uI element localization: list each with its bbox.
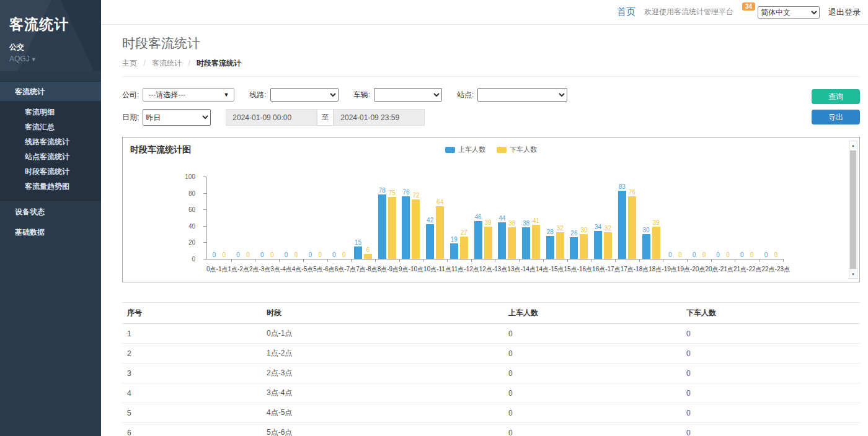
- bar-value-label: 0: [260, 251, 264, 258]
- x-tick-label: 7点-8点: [356, 266, 377, 272]
- bar-group: 1927: [447, 177, 471, 259]
- date-end-input[interactable]: 2024-01-09 23:59: [334, 109, 425, 126]
- x-tick-label: 6点-7点: [335, 266, 356, 272]
- language-area: 34 简体中文: [742, 6, 820, 19]
- bar-group: 00: [735, 177, 759, 259]
- bar[interactable]: [652, 227, 660, 259]
- bar-group: 00: [687, 177, 711, 259]
- bar[interactable]: [484, 227, 492, 259]
- sidebar-subitem[interactable]: 客流量趋势图: [0, 179, 101, 194]
- table-row: 43点-4点00: [122, 383, 860, 403]
- vehicle-select[interactable]: [374, 88, 442, 102]
- bar[interactable]: [580, 234, 588, 259]
- date-label: 日期:: [122, 112, 139, 123]
- breadcrumb-current: 时段客流统计: [197, 59, 241, 68]
- bar[interactable]: [556, 232, 564, 259]
- y-tick-label: 100: [185, 173, 195, 180]
- bar-group: 8376: [615, 177, 639, 259]
- bar[interactable]: [594, 231, 602, 259]
- x-tick-label: 13点-14点: [507, 266, 536, 272]
- bar[interactable]: [508, 227, 516, 259]
- bar[interactable]: [426, 224, 434, 259]
- bar-value-label: 26: [570, 230, 577, 237]
- legend-item[interactable]: 上车人数: [445, 145, 485, 154]
- bar[interactable]: [532, 225, 540, 259]
- scrollbar-thumb[interactable]: [850, 150, 856, 269]
- bar[interactable]: [436, 206, 444, 259]
- sidebar-item-passenger-stats[interactable]: 客流统计: [0, 81, 101, 101]
- notification-badge: 34: [742, 2, 755, 11]
- bar[interactable]: [498, 222, 506, 259]
- line-select[interactable]: [270, 88, 339, 102]
- legend-item[interactable]: 下车人数: [497, 145, 537, 154]
- legend-label: 下车人数: [510, 145, 537, 154]
- content: 公司: ---请选择--- ▼ 线路: 车辆: 站点:: [101, 77, 868, 436]
- bar-value-label: 0: [740, 251, 744, 258]
- bar[interactable]: [474, 221, 482, 259]
- x-tick-label: 19点-20点: [677, 266, 706, 272]
- bar[interactable]: [546, 236, 554, 259]
- bar-value-label: 0: [693, 251, 696, 258]
- station-select[interactable]: [477, 88, 567, 102]
- table-header-cell: 时段: [262, 303, 503, 324]
- export-button[interactable]: 导出: [812, 110, 860, 124]
- legend-swatch-icon: [445, 147, 455, 153]
- chart-scrollbar[interactable]: ▲ ▼: [849, 141, 857, 279]
- x-tick-label: 10点-11点: [423, 266, 451, 272]
- bar[interactable]: [412, 199, 420, 259]
- bar[interactable]: [460, 237, 468, 259]
- bar[interactable]: [354, 246, 362, 259]
- org-name: 公交: [9, 42, 101, 53]
- page-title: 时段客流统计: [122, 35, 868, 52]
- table-row: 10点-1点00: [122, 324, 860, 344]
- sidebar-subitem[interactable]: 站点客流统计: [0, 149, 101, 164]
- bar-value-label: 75: [389, 190, 396, 196]
- bar-value-label: 32: [557, 225, 564, 232]
- table-cell: 0: [503, 383, 681, 403]
- logout-link[interactable]: 退出登录: [828, 7, 861, 18]
- bar[interactable]: [522, 227, 530, 259]
- language-select[interactable]: 简体中文: [758, 6, 820, 19]
- x-tick-label: 14点-15点: [536, 266, 564, 272]
- x-tick-label: 9点-10点: [399, 266, 423, 272]
- sidebar-item-device-status[interactable]: 设备状态: [0, 202, 101, 222]
- bar[interactable]: [618, 191, 626, 259]
- home-link[interactable]: 首页: [617, 6, 636, 18]
- query-button[interactable]: 查询: [812, 89, 860, 104]
- breadcrumb-home[interactable]: 主页: [122, 59, 137, 68]
- bar[interactable]: [450, 243, 458, 259]
- scroll-down-icon[interactable]: ▼: [849, 270, 857, 278]
- date-start-input[interactable]: 2024-01-09 00:00: [226, 109, 317, 126]
- x-tick-label: 16点-17点: [592, 266, 621, 272]
- breadcrumb-passenger-stats[interactable]: 客流统计: [152, 59, 182, 68]
- bar-value-label: 0: [726, 251, 730, 258]
- x-tick-label: 2点-3点: [249, 266, 270, 272]
- company-select[interactable]: ---请选择--- ▼: [143, 88, 234, 102]
- table-cell: 0: [503, 423, 681, 436]
- sidebar-subitem[interactable]: 客流明细: [0, 105, 101, 120]
- bar[interactable]: [378, 194, 386, 259]
- bar-value-label: 76: [402, 189, 409, 196]
- bar[interactable]: [402, 196, 410, 259]
- bar[interactable]: [642, 234, 650, 259]
- scroll-up-icon[interactable]: ▲: [849, 141, 857, 149]
- sidebar-subitem[interactable]: 线路客流统计: [0, 134, 101, 149]
- bar[interactable]: [388, 197, 396, 259]
- bar-value-label: 0: [285, 251, 288, 258]
- welcome-text: 欢迎使用客流统计管理平台: [644, 7, 733, 17]
- bar[interactable]: [604, 232, 612, 259]
- vehicle-label: 车辆:: [353, 90, 370, 100]
- bar[interactable]: [628, 196, 636, 259]
- y-tick: [203, 259, 206, 259]
- sidebar-subitem[interactable]: 客流汇总: [0, 120, 101, 134]
- sidebar-subitem[interactable]: 时段客流统计: [0, 164, 101, 179]
- bar[interactable]: [570, 237, 578, 259]
- sidebar-item-base-data[interactable]: 基础数据: [0, 222, 101, 243]
- bar-value-label: 30: [580, 227, 587, 233]
- bar[interactable]: [364, 254, 372, 259]
- date-preset-select[interactable]: 昨日: [143, 109, 211, 126]
- y-tick-label: 80: [188, 190, 195, 197]
- y-tick: [203, 226, 206, 227]
- org-code-dropdown[interactable]: AQGJ▼: [9, 54, 101, 63]
- y-tick-label: 40: [188, 223, 195, 230]
